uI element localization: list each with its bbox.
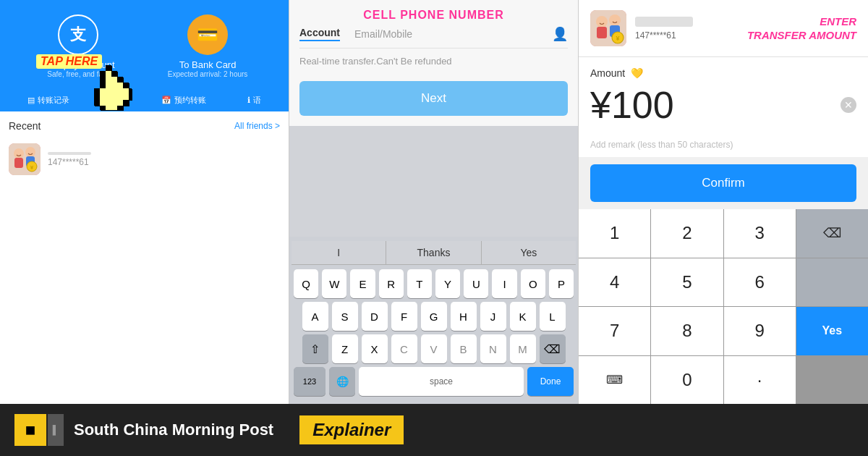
key-c[interactable]: C [391,334,417,363]
svg-text:¥: ¥ [30,164,34,171]
recent-contacts-section: Recent All friends > [0,111,289,404]
key-emoji[interactable]: 🌐 [329,367,355,396]
transfer-options-bar: 支 To Alipay Account Safe, free, and fast… [0,0,289,89]
num-7[interactable]: 7 [579,307,650,355]
bank-icon: 💳 [187,14,228,55]
amount-section: Amount 💛 ¥100 ✕ [579,57,868,134]
num-yes[interactable]: Yes [796,307,868,355]
key-g[interactable]: G [421,302,447,331]
toolbar: ▤ 转账记录 📷 📅 预约转账 ℹ 语 [0,89,289,111]
suggestion-yes[interactable]: Yes [482,241,576,264]
schedule-icon: 📅 [161,96,171,105]
clear-amount-button[interactable]: ✕ [841,97,856,113]
key-numswitch[interactable]: 123 [294,367,326,396]
key-n[interactable]: N [480,334,506,363]
panel-alipay-transfer: 支 To Alipay Account Safe, free, and fast… [0,0,289,404]
history-icon: ▤ [27,96,35,105]
contact-row[interactable]: ¥ 147*****61 [9,139,280,180]
num-4[interactable]: 4 [579,258,650,307]
key-q[interactable]: Q [294,269,318,298]
svg-rect-37 [9,143,41,175]
num-5[interactable]: 5 [651,258,723,307]
phone-entry-header: CELL PHONE NUMBER Account Email/Mobile 👤 [289,0,578,48]
num-8[interactable]: 8 [651,307,723,355]
num-0[interactable]: 0 [651,356,723,405]
all-friends-link[interactable]: All friends > [234,121,280,131]
num-1[interactable]: 1 [579,209,650,258]
num-dot[interactable]: · [724,356,796,405]
panel-phone-entry: CELL PHONE NUMBER Account Email/Mobile 👤… [289,0,579,404]
svg-point-38 [14,148,24,159]
toolbar-item-cam[interactable]: 📷 [111,96,121,105]
software-keyboard: I Thanks Yes Q W E R T Y U I O P [289,237,578,404]
num-6[interactable]: 6 [724,258,796,307]
key-w[interactable]: W [322,269,346,298]
tab-account[interactable]: Account [299,27,340,41]
num-backspace[interactable]: ⌫ [796,209,868,258]
scmp-brand: ■ ▌ South China Morning Post [14,414,273,446]
keyboard-row-2: A S D F G H J K L [294,302,574,331]
camera-icon: 📷 [111,96,121,105]
svg-point-45 [596,16,608,28]
key-u[interactable]: U [464,269,488,298]
svg-point-47 [609,14,621,26]
key-e[interactable]: E [350,269,375,298]
svg-rect-39 [14,158,23,168]
key-r[interactable]: R [379,269,404,298]
key-y[interactable]: Y [435,269,460,298]
key-p[interactable]: P [549,269,574,298]
svg-text:¥: ¥ [616,35,619,42]
suggestion-thanks[interactable]: Thanks [386,241,481,264]
key-a[interactable]: A [302,302,328,331]
next-button[interactable]: Next [299,81,568,116]
backspace-key[interactable]: ⌫ [540,334,566,363]
key-f[interactable]: F [391,302,417,331]
toolbar-item-schedule[interactable]: 📅 预约转账 [161,95,206,106]
remark-placeholder: Add remark (less than 50 characters) [579,134,868,157]
footer-bar: ■ ▌ South China Morning Post Explainer [0,404,868,456]
cell-phone-title: CELL PHONE NUMBER [299,9,568,22]
key-return[interactable]: Done [527,367,574,396]
num-empty-1 [796,258,868,307]
toolbar-item-lang[interactable]: ℹ 语 [247,95,261,106]
key-space[interactable]: space [359,367,524,396]
key-shift[interactable]: ⇧ [302,334,328,363]
num-2[interactable]: 2 [651,209,723,258]
toolbar-item-history[interactable]: ▤ 转账记录 [27,95,69,106]
key-j[interactable]: J [480,302,506,331]
confirm-button[interactable]: Confirm [590,164,856,202]
num-3[interactable]: 3 [724,209,796,258]
key-i[interactable]: I [492,269,516,298]
brand-text: South China Morning Post [74,421,273,439]
contact-phone: 147*****61 [48,157,91,167]
bank-label: To Bank Card [179,59,237,70]
key-s[interactable]: S [332,302,358,331]
key-x[interactable]: X [362,334,388,363]
amount-display: ¥100 [590,83,674,127]
key-m[interactable]: M [510,334,536,363]
phone-input-area: Next [289,74,578,126]
tab-email-mobile[interactable]: Email/Mobile [354,28,412,40]
num-9[interactable]: 9 [724,307,796,355]
tap-here-annotation: TAP HERE [36,54,102,69]
key-l[interactable]: L [540,302,566,331]
key-k[interactable]: K [510,302,536,331]
recent-label: Recent [9,120,41,132]
num-keyboard[interactable]: ⌨ [579,356,650,405]
key-b[interactable]: B [451,334,477,363]
svg-point-40 [25,147,35,157]
bank-card-option[interactable]: 💳 To Bank Card Expected arrival: 2 hours [168,14,248,78]
key-z[interactable]: Z [332,334,358,363]
key-o[interactable]: O [521,269,545,298]
contact-details: 147*****61 [48,152,91,167]
recipient-info: ¥ 147*****61 ENTER TRANSFER AMOUNT [579,0,868,57]
keyboard-row-4: 123 🌐 space Done [294,367,574,396]
enter-amount-annotation: ENTER TRANSFER AMOUNT [747,14,856,43]
key-t[interactable]: T [407,269,432,298]
key-v[interactable]: V [421,334,447,363]
user-icon: 👤 [552,26,568,42]
keyboard-spacer [289,126,578,237]
suggestion-i[interactable]: I [292,241,386,264]
key-d[interactable]: D [362,302,388,331]
key-h[interactable]: H [451,302,477,331]
